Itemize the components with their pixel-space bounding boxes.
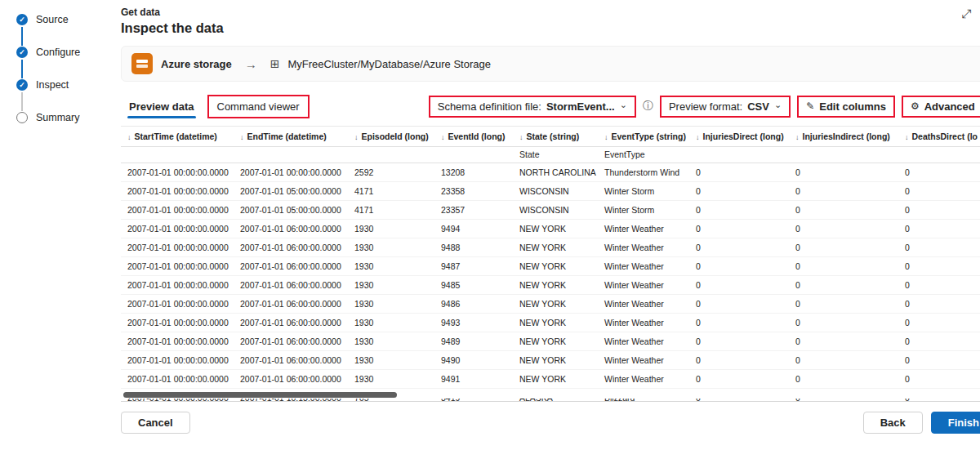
column-header[interactable]: ↓InjuriesDirect (long) — [689, 127, 789, 146]
table-cell: 2007-01-01 06:00:00.0000 — [234, 369, 348, 388]
wizard-name: Get data — [121, 7, 980, 18]
table-cell: 4171 — [348, 181, 434, 200]
column-label: State (string) — [527, 131, 580, 141]
table-cell: 0 — [689, 219, 789, 238]
arrow-down-icon: ↓ — [795, 133, 800, 141]
arrow-down-icon: ↓ — [519, 133, 523, 141]
mapping-cell — [348, 146, 434, 163]
table-cell: 0 — [689, 294, 789, 313]
table-cell: NEW YORK — [513, 313, 598, 332]
table-cell: 13208 — [434, 163, 513, 181]
wizard-stepper: ✓ Source ✓ Configure ✓ Inspect Summary — [0, 0, 106, 450]
step-complete-icon: ✓ — [16, 47, 28, 58]
table-row: 2007-01-01 00:00:00.00002007-01-01 00:00… — [121, 163, 980, 181]
table-cell: 9490 — [434, 350, 513, 369]
schema-definition-dropdown[interactable]: Schema definition file: StormEvent... ⌄ — [429, 96, 636, 118]
gear-icon: ⚙ — [911, 100, 920, 112]
table-cell: 2007-01-01 00:00:00.0000 — [121, 256, 234, 275]
tab-command-viewer[interactable]: Command viewer — [207, 95, 310, 118]
table-cell: 0 — [898, 350, 980, 369]
table-cell: 2007-01-01 06:00:00.0000 — [234, 256, 348, 275]
table-cell: 9485 — [434, 275, 513, 294]
table-cell: 9486 — [434, 294, 513, 313]
arrow-right-icon: → — [245, 57, 257, 71]
table-body: StateEventType 2007-01-01 00:00:00.00002… — [121, 146, 980, 402]
table-cell: NEW YORK — [513, 294, 598, 313]
table-cell: 1930 — [348, 313, 434, 332]
table-cell: 9493 — [434, 313, 513, 332]
table-row: 2007-01-01 00:00:00.00002007-01-01 05:00… — [121, 200, 980, 219]
table-cell: 2007-01-01 06:00:00.0000 — [234, 294, 348, 313]
step-complete-icon: ✓ — [16, 14, 28, 25]
table-cell: 0 — [789, 313, 898, 332]
column-header[interactable]: ↓EndTime (datetime) — [234, 127, 348, 146]
table-cell: 0 — [898, 200, 980, 219]
column-header[interactable]: ↓StartTime (datetime) — [121, 127, 234, 146]
edit-columns-button[interactable]: ✎ Edit columns — [797, 96, 895, 118]
table-row: 2007-01-01 00:00:00.00002007-01-01 06:00… — [121, 294, 980, 313]
azure-storage-icon — [131, 53, 153, 74]
column-label: EpisodeId (long) — [362, 131, 429, 141]
step-inspect[interactable]: ✓ Inspect — [16, 78, 106, 111]
back-button[interactable]: Back — [863, 412, 923, 434]
finish-button[interactable]: Finish — [931, 412, 980, 434]
preview-format-value: CSV — [747, 100, 769, 113]
table-cell: 0 — [789, 238, 898, 256]
advanced-label: Advanced — [924, 100, 975, 113]
cancel-button[interactable]: Cancel — [121, 412, 190, 434]
preview-format-dropdown[interactable]: Preview format: CSV ⌄ — [660, 96, 791, 118]
column-header[interactable]: ↓InjuriesIndirect (long) — [789, 127, 898, 146]
info-icon[interactable]: ⓘ — [643, 99, 653, 114]
step-label: Inspect — [36, 79, 69, 91]
table-cell: 2007-01-01 06:00:00.0000 — [234, 313, 348, 332]
column-header[interactable]: ↓DeathsDirect (lo — [898, 127, 980, 146]
table-cell: 0 — [789, 369, 898, 388]
tab-bar: Preview data Command viewer — [121, 95, 310, 118]
table-cell: Winter Weather — [598, 256, 689, 275]
column-header[interactable]: ↓EpisodeId (long) — [348, 127, 434, 146]
step-source[interactable]: ✓ Source — [16, 13, 106, 46]
table-cell: NEW YORK — [513, 332, 598, 350]
table-cell: 2007-01-01 05:00:00.0000 — [234, 200, 348, 219]
column-header[interactable]: ↓State (string) — [513, 127, 598, 146]
column-header[interactable]: ↓EventType (string) — [598, 127, 689, 146]
step-summary[interactable]: Summary — [16, 111, 106, 144]
table-cell: 0 — [689, 238, 789, 256]
main-content: Get data Inspect the data ⤢ ✕ Azure stor… — [106, 0, 980, 450]
table-cell: 2007-01-01 06:00:00.0000 — [234, 275, 348, 294]
mapping-cell — [234, 146, 348, 163]
horizontal-scrollbar[interactable] — [123, 392, 397, 398]
table-header-row: ↓StartTime (datetime)↓EndTime (datetime)… — [121, 127, 980, 146]
table-cell: 1930 — [348, 275, 434, 294]
table-cell: Winter Storm — [598, 200, 689, 219]
step-label: Configure — [36, 47, 80, 58]
table-cell: 0 — [898, 238, 980, 256]
data-preview-table: ↓StartTime (datetime)↓EndTime (datetime)… — [121, 126, 980, 402]
column-label: DeathsDirect (lo — [912, 131, 978, 141]
chevron-down-icon: ⌄ — [620, 100, 627, 110]
advanced-dropdown[interactable]: ⚙ Advanced ⌄ — [902, 96, 980, 118]
step-configure[interactable]: ✓ Configure — [16, 46, 106, 78]
column-label: EventId (long) — [448, 131, 506, 141]
table-cell: NEW YORK — [513, 256, 598, 275]
table-cell: 2007-01-01 00:00:00.0000 — [121, 350, 234, 369]
table-cell: 0 — [689, 313, 789, 332]
table-cell: 0 — [789, 163, 898, 181]
column-header[interactable]: ↓EventId (long) — [434, 127, 513, 146]
table-cell: 4171 — [348, 200, 434, 219]
table-cell: 9487 — [434, 256, 513, 275]
schema-definition-value: StormEvent... — [546, 100, 615, 113]
table-cell: 0 — [789, 256, 898, 275]
expand-icon[interactable]: ⤢ — [961, 7, 971, 21]
table-row: 2007-01-01 00:00:00.00002007-01-01 06:00… — [121, 369, 980, 388]
table-row: 2007-01-01 00:00:00.00002007-01-01 06:00… — [121, 332, 980, 350]
table-cell: 1930 — [348, 256, 434, 275]
tab-preview-data[interactable]: Preview data — [121, 96, 203, 117]
step-label: Source — [36, 14, 69, 25]
table-row: 2007-01-01 00:00:00.00002007-01-01 06:00… — [121, 256, 980, 275]
table-cell: 1930 — [348, 294, 434, 313]
table-cell: NEW YORK — [513, 219, 598, 238]
table-cell: 0 — [789, 181, 898, 200]
table-cell: Winter Weather — [598, 219, 689, 238]
table-cell: 0 — [689, 181, 789, 200]
